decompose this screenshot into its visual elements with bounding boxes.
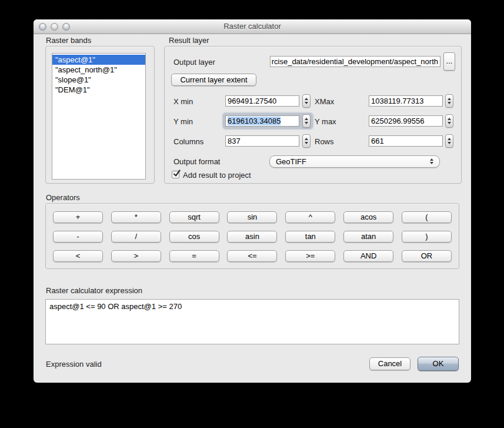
rows-input[interactable]: 661 xyxy=(369,135,443,147)
op-sqrt-button[interactable]: sqrt xyxy=(169,211,219,223)
step-up-icon xyxy=(448,118,451,120)
output-format-value: GeoTIFF xyxy=(276,157,306,166)
op-close-paren-button[interactable]: ) xyxy=(402,231,452,243)
y-min-input[interactable]: 6196103.34085 xyxy=(225,115,299,127)
list-item-aspect[interactable]: "aspect@1" xyxy=(52,55,145,65)
browse-button[interactable]: ... xyxy=(443,52,455,71)
step-down-icon xyxy=(305,122,308,124)
y-min-stepper[interactable] xyxy=(302,114,311,128)
op-less-equal-button[interactable]: <= xyxy=(227,250,277,262)
columns-label: Columns xyxy=(173,137,203,146)
op-less-than-button[interactable]: < xyxy=(53,250,103,262)
columns-stepper[interactable] xyxy=(302,134,311,148)
raster-bands-list[interactable]: "aspect@1" "aspect_north@1" "slope@1" "D… xyxy=(52,53,146,180)
y-max-label: Y max xyxy=(315,117,336,126)
expression-status: Expression valid xyxy=(46,360,102,369)
op-sin-button[interactable]: sin xyxy=(227,211,277,223)
step-down-icon xyxy=(305,102,308,104)
op-equals-button[interactable]: = xyxy=(169,250,219,262)
op-tan-button[interactable]: tan xyxy=(285,231,335,243)
op-open-paren-button[interactable]: ( xyxy=(402,211,452,223)
output-layer-label: Output layer xyxy=(173,58,215,67)
expression-label: Raster calculator expression xyxy=(46,286,142,295)
op-or-button[interactable]: OR xyxy=(402,250,452,262)
combo-arrows-icon xyxy=(430,158,433,164)
output-format-label: Output format xyxy=(173,157,220,166)
op-power-button[interactable]: ^ xyxy=(285,211,335,223)
result-layer-label: Result layer xyxy=(169,36,209,45)
op-greater-equal-button[interactable]: >= xyxy=(285,250,335,262)
step-down-icon xyxy=(448,102,451,104)
cancel-button[interactable]: Cancel xyxy=(369,357,410,370)
titlebar: Raster calculator xyxy=(34,19,471,34)
op-greater-than-button[interactable]: > xyxy=(111,250,161,262)
y-min-label: Y min xyxy=(173,117,193,126)
step-down-icon xyxy=(305,142,308,144)
step-down-icon xyxy=(448,142,451,144)
add-result-label: Add result to project xyxy=(183,171,251,180)
ok-button[interactable]: OK xyxy=(418,357,459,371)
op-minus-button[interactable]: - xyxy=(53,231,103,243)
op-acos-button[interactable]: acos xyxy=(343,211,393,223)
x-min-label: X min xyxy=(173,97,193,106)
step-up-icon xyxy=(305,138,308,140)
step-up-icon xyxy=(305,118,308,120)
output-layer-input[interactable]: rcise_data/residential_development/aspec… xyxy=(270,56,440,67)
output-format-select[interactable]: GeoTIFF xyxy=(269,155,440,168)
y-max-stepper[interactable] xyxy=(445,114,453,128)
op-asin-button[interactable]: asin xyxy=(227,231,277,243)
list-item-slope[interactable]: "slope@1" xyxy=(52,75,145,85)
op-divide-button[interactable]: / xyxy=(111,231,161,243)
window-title: Raster calculator xyxy=(34,19,471,34)
op-multiply-button[interactable]: * xyxy=(111,211,161,223)
op-and-button[interactable]: AND xyxy=(343,250,393,262)
step-up-icon xyxy=(305,98,308,100)
output-layer-value: rcise_data/residential_development/aspec… xyxy=(272,57,438,67)
x-max-label: XMax xyxy=(315,97,334,106)
list-item-aspect-north[interactable]: "aspect_north@1" xyxy=(52,65,145,75)
checkmark-icon xyxy=(172,169,182,178)
x-min-stepper[interactable] xyxy=(302,94,311,108)
op-cos-button[interactable]: cos xyxy=(169,231,219,243)
y-min-selected-text: 6196103.34085 xyxy=(228,117,281,125)
operators-label: Operators xyxy=(46,193,80,202)
x-max-stepper[interactable] xyxy=(445,94,453,108)
columns-input[interactable]: 837 xyxy=(225,135,299,147)
rows-label: Rows xyxy=(315,137,334,146)
raster-bands-label: Raster bands xyxy=(46,36,91,45)
current-layer-extent-button[interactable]: Current layer extent xyxy=(171,74,256,86)
op-plus-button[interactable]: + xyxy=(53,211,103,223)
op-atan-button[interactable]: atan xyxy=(343,231,393,243)
step-down-icon xyxy=(448,122,451,124)
step-up-icon xyxy=(448,98,451,100)
add-result-checkbox[interactable] xyxy=(172,171,179,178)
y-max-input[interactable]: 6250296.99556 xyxy=(369,115,443,127)
step-up-icon xyxy=(448,138,451,140)
list-item-dem[interactable]: "DEM@1" xyxy=(52,85,145,95)
raster-calculator-dialog: Raster calculator Raster bands "aspect@1… xyxy=(34,19,471,383)
x-max-input[interactable]: 1038119.77313 xyxy=(369,95,443,107)
x-min-input[interactable]: 969491.27540 xyxy=(225,95,299,107)
rows-stepper[interactable] xyxy=(445,134,453,148)
expression-input[interactable]: aspect@1 <= 90 OR aspect@1 >= 270 xyxy=(45,299,459,344)
